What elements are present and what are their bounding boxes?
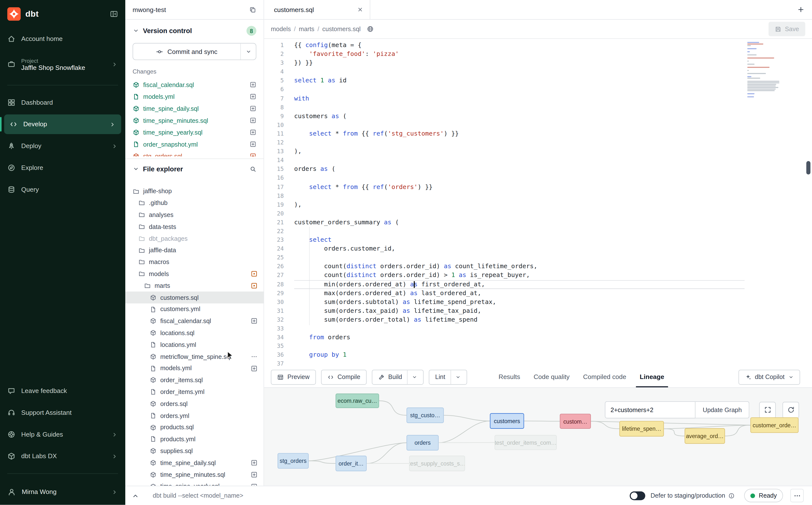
file-tree-item-analyses[interactable]: analyses	[125, 209, 264, 221]
plus-square-icon[interactable]	[250, 117, 256, 124]
code-line[interactable]: count(distinct orders.order_id) > 1 as i…	[294, 271, 745, 280]
file-tree-item-models-yml[interactable]: models.yml	[125, 362, 264, 374]
file-tree-item-jaffle-data[interactable]: jaffle-data	[125, 244, 264, 256]
code-line[interactable]	[294, 67, 745, 76]
file-tree-item-order-items-yml[interactable]: order_items.yml	[125, 386, 264, 398]
action-button-build[interactable]: Build	[372, 369, 424, 384]
file-tree-item-jaffle-shop[interactable]: jaffle-shop	[125, 185, 264, 197]
code-line[interactable]: customers as (	[294, 112, 745, 121]
file-tree-item-locations-yml[interactable]: locations.yml	[125, 339, 264, 351]
lineage-node-orders[interactable]: orders	[407, 435, 439, 450]
dbt-copilot-button[interactable]: dbt Copilot	[738, 369, 800, 384]
file-tree-item-products-sql[interactable]: products.sql	[125, 422, 264, 433]
code-line[interactable]: }) }}	[294, 58, 745, 67]
file-tree-item-marts[interactable]: marts	[125, 280, 264, 292]
file-tree-item-data-tests[interactable]: data-tests	[125, 221, 264, 233]
code-line[interactable]: min(orders.ordered_at) as first_ordered_…	[294, 280, 745, 289]
code-line[interactable]: select * from {{ ref('stg_customers') }}	[294, 130, 745, 138]
code-line[interactable]	[294, 103, 745, 112]
panel-tab-lineage[interactable]: Lineage	[633, 366, 671, 387]
lineage-node-test-supply-costs-s[interactable]: test_supply_costs_s…	[409, 456, 465, 471]
file-tree-item-products-yml[interactable]: products.yml	[125, 433, 264, 445]
copy-icon[interactable]	[249, 6, 257, 13]
sidebar-item-help-guides[interactable]: Help & Guides	[0, 424, 125, 446]
file-tree-item-fiscal-calendar-sql[interactable]: fiscal_calendar.sql	[125, 315, 264, 327]
editor-scrollbar-thumb[interactable]	[806, 161, 811, 175]
code-line[interactable]: group by 1	[294, 351, 745, 360]
lineage-node-test-order-items-com[interactable]: test_order_items_com…	[494, 435, 556, 450]
code-line[interactable]	[294, 191, 745, 200]
code-line[interactable]: from orders	[294, 333, 745, 342]
code-editor[interactable]: 1234567891011121314151617181920212223242…	[264, 39, 812, 366]
commit-and-sync-button[interactable]: Commit and sync	[133, 43, 257, 60]
lineage-node-lifetime-spen[interactable]: lifetime_spen…	[619, 421, 664, 436]
file-tree-item-orders-yml[interactable]: orders.yml	[125, 409, 264, 422]
file-tree-item-metricflow-time-spine-sql[interactable]: metricflow_time_spine.sql	[125, 351, 264, 362]
lineage-node-stg-custo[interactable]: stg_custo…	[407, 407, 444, 423]
dropdown-chevron[interactable]	[450, 370, 461, 384]
code-line[interactable]: sum(orders.tax_paid) as lifetime_tax_pai…	[294, 306, 745, 315]
code-line[interactable]	[294, 209, 745, 218]
file-tree-item-supplies-sql[interactable]: supplies.sql	[125, 445, 264, 457]
code-line[interactable]: orders.customer_id,	[294, 244, 745, 253]
sidebar-item-develop[interactable]: Develop	[4, 115, 121, 134]
dbt-command-text[interactable]: dbt build --select <model_name>	[153, 492, 243, 499]
code-line[interactable]: ),	[294, 200, 745, 209]
code-line[interactable]	[294, 121, 745, 130]
chevron-up-icon[interactable]	[132, 492, 140, 500]
code-line[interactable]: select * from {{ ref('orders') }}	[294, 183, 745, 191]
lineage-node-average-ord[interactable]: average_ord…	[684, 428, 725, 444]
breadcrumb-segment[interactable]: models	[271, 25, 291, 33]
info-icon[interactable]	[728, 492, 735, 499]
save-button[interactable]: Save	[768, 22, 805, 36]
panel-tab-compiled-code[interactable]: Compiled code	[577, 366, 633, 387]
lineage-node-customers[interactable]: customers	[490, 413, 524, 429]
file-tree-item-order-items-sql[interactable]: order_items.sql	[125, 374, 264, 386]
code-line[interactable]: 'favorite_food': 'pizza'	[294, 50, 745, 58]
fullscreen-button[interactable]	[759, 401, 776, 418]
code-line[interactable]: customer_orders_summary as (	[294, 218, 745, 227]
code-line[interactable]: ),	[294, 147, 745, 156]
breadcrumb-segment[interactable]: marts	[299, 25, 314, 33]
plus-square-icon[interactable]	[250, 93, 256, 100]
changed-file-order-snapshot-yml[interactable]: order_snapshot.yml	[125, 138, 264, 150]
sidebar-item-dashboard[interactable]: Dashboard	[0, 92, 125, 114]
lineage-node-custom[interactable]: custom…	[560, 414, 591, 429]
commit-options-chevron[interactable]	[240, 43, 256, 59]
plus-square-icon[interactable]	[250, 129, 256, 136]
code-line[interactable]	[294, 324, 745, 333]
search-icon[interactable]	[250, 166, 256, 172]
dropdown-chevron[interactable]	[407, 370, 418, 384]
panel-tab-results[interactable]: Results	[492, 366, 527, 387]
sidebar-item-leave-feedback[interactable]: Leave feedback	[0, 380, 125, 402]
lineage-node-order-it[interactable]: order_it…	[336, 456, 367, 471]
code-line[interactable]	[294, 156, 745, 165]
breadcrumb-segment[interactable]: customers.sql	[322, 25, 361, 33]
code-line[interactable]: orders as (	[294, 165, 745, 174]
plus-square-icon[interactable]	[250, 365, 258, 372]
plus-square-icon[interactable]	[250, 105, 256, 112]
file-tree-item-customers-sql[interactable]: customers.sql	[125, 292, 264, 304]
changed-file-fiscal-calendar-sql[interactable]: fiscal_calendar.sql	[125, 79, 264, 91]
changed-file-models-yml[interactable]: models.yml	[125, 91, 264, 103]
file-tree-item-locations-sql[interactable]: locations.sql	[125, 327, 264, 339]
sidebar-item-query[interactable]: Query	[0, 179, 125, 200]
code-line[interactable]	[294, 138, 745, 147]
code-line[interactable]: with	[294, 94, 745, 103]
changed-file-time-spine-minutes-sql[interactable]: time_spine_minutes.sql	[125, 115, 264, 127]
code-line[interactable]: count(distinct orders.order_id) as count…	[294, 262, 745, 271]
sidebar-item-deploy[interactable]: Deploy	[0, 135, 125, 157]
file-tree-item-orders-sql[interactable]: orders.sql	[125, 398, 264, 409]
file-tree-item-macros[interactable]: macros	[125, 256, 264, 268]
code-line[interactable]	[294, 227, 745, 235]
lineage-search-input[interactable]	[605, 401, 695, 418]
sidebar-item-support-assistant[interactable]: Support Assistant	[0, 402, 125, 424]
defer-toggle[interactable]	[630, 491, 645, 500]
close-icon[interactable]	[357, 6, 363, 13]
file-tree-item-models[interactable]: models	[125, 268, 264, 280]
sidebar-item-jaffle-shop-snowflake[interactable]: ProjectJaffle Shop Snowflake	[0, 50, 125, 79]
file-tree-item-time-spine-daily-sql[interactable]: time_spine_daily.sql	[125, 457, 264, 469]
more-options-button[interactable]	[790, 489, 804, 502]
code-line[interactable]: sum(orders.subtotal) as lifetime_spend_p…	[294, 298, 745, 306]
plus-square-icon[interactable]	[250, 471, 258, 478]
